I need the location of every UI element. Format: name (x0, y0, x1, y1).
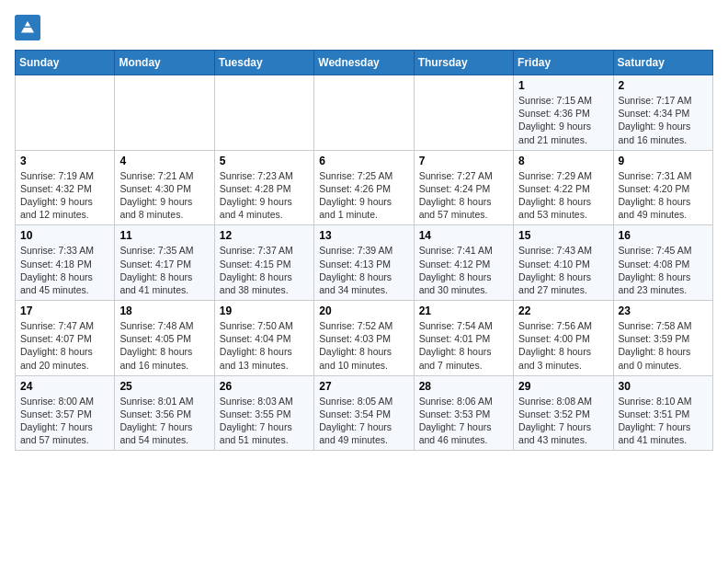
day-number: 7 (419, 155, 508, 167)
day-header-friday: Friday (514, 51, 613, 75)
calendar-cell: 1Sunrise: 7:15 AM Sunset: 4:36 PM Daylig… (514, 75, 613, 151)
calendar-cell: 3Sunrise: 7:19 AM Sunset: 4:32 PM Daylig… (16, 150, 115, 225)
calendar-cell: 16Sunrise: 7:45 AM Sunset: 4:08 PM Dayli… (613, 225, 712, 301)
day-number: 5 (220, 155, 309, 167)
day-info: Sunrise: 8:01 AM Sunset: 3:56 PM Dayligh… (119, 395, 209, 447)
calendar-cell: 15Sunrise: 7:43 AM Sunset: 4:10 PM Dayli… (514, 225, 613, 301)
calendar-cell (115, 75, 214, 151)
day-info: Sunrise: 7:35 AM Sunset: 4:17 PM Dayligh… (119, 244, 209, 296)
calendar-cell (16, 75, 115, 151)
day-header-tuesday: Tuesday (214, 51, 313, 75)
day-info: Sunrise: 7:29 AM Sunset: 4:22 PM Dayligh… (518, 169, 608, 222)
day-number: 24 (20, 380, 109, 393)
calendar-cell: 12Sunrise: 7:37 AM Sunset: 4:15 PM Dayli… (214, 225, 313, 301)
day-info: Sunrise: 7:21 AM Sunset: 4:30 PM Dayligh… (119, 169, 209, 222)
calendar-cell (214, 75, 313, 151)
day-number: 1 (518, 79, 608, 92)
day-number: 13 (319, 229, 408, 242)
day-number: 26 (220, 380, 309, 393)
day-number: 23 (619, 304, 708, 317)
day-number: 17 (20, 304, 109, 317)
day-info: Sunrise: 7:58 AM Sunset: 3:59 PM Dayligh… (619, 319, 708, 372)
day-info: Sunrise: 7:43 AM Sunset: 4:10 PM Dayligh… (518, 244, 608, 296)
day-number: 27 (319, 380, 408, 393)
day-info: Sunrise: 7:39 AM Sunset: 4:13 PM Dayligh… (319, 244, 408, 296)
calendar-cell: 8Sunrise: 7:29 AM Sunset: 4:22 PM Daylig… (514, 150, 613, 225)
calendar-cell: 19Sunrise: 7:50 AM Sunset: 4:04 PM Dayli… (214, 301, 313, 376)
calendar-cell: 9Sunrise: 7:31 AM Sunset: 4:20 PM Daylig… (613, 150, 712, 225)
calendar-week-row: 1Sunrise: 7:15 AM Sunset: 4:36 PM Daylig… (16, 75, 713, 151)
calendar-cell: 18Sunrise: 7:48 AM Sunset: 4:05 PM Dayli… (115, 301, 214, 376)
day-info: Sunrise: 7:31 AM Sunset: 4:20 PM Dayligh… (619, 169, 708, 222)
day-info: Sunrise: 8:08 AM Sunset: 3:52 PM Dayligh… (518, 395, 608, 447)
day-info: Sunrise: 7:52 AM Sunset: 4:03 PM Dayligh… (319, 319, 408, 372)
day-info: Sunrise: 7:47 AM Sunset: 4:07 PM Dayligh… (20, 319, 109, 372)
calendar-cell: 20Sunrise: 7:52 AM Sunset: 4:03 PM Dayli… (314, 301, 414, 376)
day-info: Sunrise: 8:05 AM Sunset: 3:54 PM Dayligh… (319, 395, 408, 447)
calendar-cell: 29Sunrise: 8:08 AM Sunset: 3:52 PM Dayli… (514, 375, 613, 451)
calendar-cell: 25Sunrise: 8:01 AM Sunset: 3:56 PM Dayli… (115, 375, 214, 451)
day-info: Sunrise: 7:25 AM Sunset: 4:26 PM Dayligh… (319, 169, 408, 222)
calendar-week-row: 10Sunrise: 7:33 AM Sunset: 4:18 PM Dayli… (16, 225, 713, 301)
day-info: Sunrise: 7:33 AM Sunset: 4:18 PM Dayligh… (20, 244, 109, 296)
calendar-cell (314, 75, 414, 151)
day-number: 20 (319, 304, 408, 317)
day-info: Sunrise: 8:06 AM Sunset: 3:53 PM Dayligh… (419, 395, 508, 447)
day-header-wednesday: Wednesday (314, 51, 414, 75)
calendar-cell: 17Sunrise: 7:47 AM Sunset: 4:07 PM Dayli… (16, 301, 115, 376)
logo-icon (15, 15, 40, 40)
day-number: 21 (419, 304, 508, 317)
day-info: Sunrise: 7:17 AM Sunset: 4:34 PM Dayligh… (619, 94, 708, 146)
day-header-monday: Monday (115, 51, 214, 75)
day-number: 12 (220, 229, 309, 242)
day-number: 9 (619, 155, 708, 167)
calendar-cell: 10Sunrise: 7:33 AM Sunset: 4:18 PM Dayli… (16, 225, 115, 301)
calendar-cell: 2Sunrise: 7:17 AM Sunset: 4:34 PM Daylig… (613, 75, 712, 151)
day-info: Sunrise: 7:15 AM Sunset: 4:36 PM Dayligh… (518, 94, 608, 146)
calendar-cell: 26Sunrise: 8:03 AM Sunset: 3:55 PM Dayli… (214, 375, 313, 451)
day-info: Sunrise: 7:56 AM Sunset: 4:00 PM Dayligh… (518, 319, 608, 372)
day-number: 10 (20, 229, 109, 242)
day-info: Sunrise: 7:45 AM Sunset: 4:08 PM Dayligh… (619, 244, 708, 296)
day-number: 19 (220, 304, 309, 317)
day-header-saturday: Saturday (613, 51, 712, 75)
day-number: 11 (119, 229, 209, 242)
day-number: 3 (20, 155, 109, 167)
day-info: Sunrise: 7:37 AM Sunset: 4:15 PM Dayligh… (220, 244, 309, 296)
calendar-cell: 30Sunrise: 8:10 AM Sunset: 3:51 PM Dayli… (613, 375, 712, 451)
calendar-cell: 23Sunrise: 7:58 AM Sunset: 3:59 PM Dayli… (613, 301, 712, 376)
day-number: 14 (419, 229, 508, 242)
day-number: 8 (518, 155, 608, 167)
day-info: Sunrise: 7:23 AM Sunset: 4:28 PM Dayligh… (220, 169, 309, 222)
day-info: Sunrise: 7:48 AM Sunset: 4:05 PM Dayligh… (119, 319, 209, 372)
calendar-week-row: 17Sunrise: 7:47 AM Sunset: 4:07 PM Dayli… (16, 301, 713, 376)
calendar-cell: 6Sunrise: 7:25 AM Sunset: 4:26 PM Daylig… (314, 150, 414, 225)
calendar-week-row: 3Sunrise: 7:19 AM Sunset: 4:32 PM Daylig… (16, 150, 713, 225)
day-info: Sunrise: 7:27 AM Sunset: 4:24 PM Dayligh… (419, 169, 508, 222)
day-number: 15 (518, 229, 608, 242)
calendar-cell: 4Sunrise: 7:21 AM Sunset: 4:30 PM Daylig… (115, 150, 214, 225)
page-header (15, 15, 713, 40)
day-number: 6 (319, 155, 408, 167)
calendar-cell: 27Sunrise: 8:05 AM Sunset: 3:54 PM Dayli… (314, 375, 414, 451)
day-header-thursday: Thursday (414, 51, 513, 75)
calendar-cell: 21Sunrise: 7:54 AM Sunset: 4:01 PM Dayli… (414, 301, 513, 376)
calendar-cell: 22Sunrise: 7:56 AM Sunset: 4:00 PM Dayli… (514, 301, 613, 376)
calendar-week-row: 24Sunrise: 8:00 AM Sunset: 3:57 PM Dayli… (16, 375, 713, 451)
day-number: 28 (419, 380, 508, 393)
day-info: Sunrise: 7:54 AM Sunset: 4:01 PM Dayligh… (419, 319, 508, 372)
day-info: Sunrise: 7:41 AM Sunset: 4:12 PM Dayligh… (419, 244, 508, 296)
day-number: 4 (119, 155, 209, 167)
day-header-sunday: Sunday (16, 51, 115, 75)
calendar-header-row: SundayMondayTuesdayWednesdayThursdayFrid… (16, 51, 713, 75)
svg-rect-2 (24, 27, 31, 28)
calendar-cell (414, 75, 513, 151)
day-info: Sunrise: 7:19 AM Sunset: 4:32 PM Dayligh… (20, 169, 109, 222)
day-info: Sunrise: 7:50 AM Sunset: 4:04 PM Dayligh… (220, 319, 309, 372)
day-number: 30 (619, 380, 708, 393)
calendar-cell: 5Sunrise: 7:23 AM Sunset: 4:28 PM Daylig… (214, 150, 313, 225)
day-number: 16 (619, 229, 708, 242)
day-info: Sunrise: 8:00 AM Sunset: 3:57 PM Dayligh… (20, 395, 109, 447)
logo (15, 15, 44, 40)
calendar-table: SundayMondayTuesdayWednesdayThursdayFrid… (15, 50, 713, 451)
